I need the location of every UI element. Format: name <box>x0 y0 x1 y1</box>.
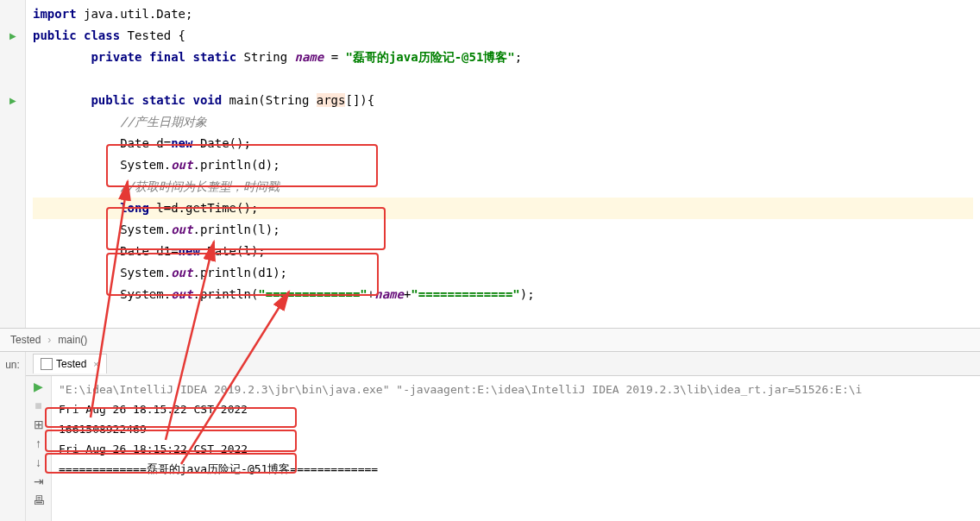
gutter-line <box>0 241 25 262</box>
close-icon[interactable]: × <box>93 359 98 369</box>
run-tab-icon <box>41 358 53 370</box>
breadcrumb-method[interactable]: main() <box>58 334 87 346</box>
console-line-output: Fri Aug 26 18:15:22 CST 2022 <box>59 399 973 419</box>
code-line: public static void main(String args[]){ <box>33 90 973 111</box>
code-line: private final static String name = "磊哥的j… <box>33 47 973 68</box>
up-icon[interactable]: ↑ <box>32 436 46 450</box>
gutter-line <box>0 198 25 219</box>
gutter-line <box>0 133 25 154</box>
gutter-line <box>0 284 25 305</box>
run-icon[interactable]: ▶ <box>9 96 16 105</box>
rerun-icon[interactable]: ▶ <box>32 380 46 393</box>
code-line: //获取时间为长整型，时间戳 <box>33 176 973 198</box>
code-line: public class Tested { <box>33 25 973 47</box>
gutter-line <box>0 3 25 25</box>
code-line: import java.util.Date; <box>33 3 973 25</box>
run-tab-label: Tested <box>56 358 86 370</box>
code-line: //产生日期对象 <box>33 111 973 133</box>
export-icon[interactable]: ⇥ <box>32 474 46 488</box>
code-line: System.out.println(d1); <box>33 262 973 284</box>
gutter-line <box>0 154 25 176</box>
gutter-run-marker[interactable]: ▶ <box>0 25 25 47</box>
code-line <box>33 68 973 90</box>
console-line-command: "E:\idea\IntelliJ IDEA 2019.2.3\jbr\bin\… <box>59 380 973 399</box>
stop-icon[interactable]: ■ <box>32 399 46 412</box>
gutter-line <box>0 176 25 198</box>
gutter-line <box>0 47 25 68</box>
editor-panel: ▶ ▶ import java.util.Date; public class … <box>0 0 980 328</box>
code-line-current: long l=d.getTime(); <box>33 198 973 219</box>
console-line-output: =============磊哥的java历险记-@51博客===========… <box>59 459 973 479</box>
code-line: System.out.println(l); <box>33 219 973 241</box>
gutter-run-marker[interactable]: ▶ <box>0 90 25 111</box>
run-panel-label: un: <box>0 352 26 521</box>
gutter-line <box>0 68 25 90</box>
run-body: ▶ ■ ⊞ ↑ ↓ ⇥ 🖶 "E:\idea\IntelliJ IDEA 201… <box>26 376 980 521</box>
code-line: System.out.println("============="+name+… <box>33 284 973 305</box>
run-tabs: Tested × <box>26 352 980 376</box>
gutter-line <box>0 262 25 284</box>
console-output[interactable]: "E:\idea\IntelliJ IDEA 2019.2.3\jbr\bin\… <box>52 376 980 521</box>
layout-icon[interactable]: ⊞ <box>32 417 46 431</box>
run-tab[interactable]: Tested × <box>33 354 107 373</box>
breadcrumb-separator: › <box>47 334 51 346</box>
console-line-output: Fri Aug 26 18:15:22 CST 2022 <box>59 439 973 459</box>
down-icon[interactable]: ↓ <box>32 455 46 469</box>
code-editor[interactable]: import java.util.Date; public class Test… <box>26 0 980 328</box>
print-icon[interactable]: 🖶 <box>32 493 46 507</box>
run-content: Tested × ▶ ■ ⊞ ↑ ↓ ⇥ 🖶 "E:\idea\IntelliJ… <box>26 352 980 521</box>
breadcrumb-class[interactable]: Tested <box>10 334 41 346</box>
breadcrumb: Tested › main() <box>0 328 980 352</box>
code-line: System.out.println(d); <box>33 154 973 176</box>
run-toolbar: ▶ ■ ⊞ ↑ ↓ ⇥ 🖶 <box>26 376 52 521</box>
editor-gutter: ▶ ▶ <box>0 0 26 328</box>
code-line: Date d=new Date(); <box>33 133 973 154</box>
gutter-line <box>0 111 25 133</box>
run-icon[interactable]: ▶ <box>9 31 16 41</box>
run-panel: un: Tested × ▶ ■ ⊞ ↑ ↓ ⇥ 🖶 "E:\idea\Inte… <box>0 352 980 521</box>
code-line: Date d1=new Date(l); <box>33 241 973 262</box>
console-line-output: 1661508922469 <box>59 419 973 439</box>
gutter-line <box>0 219 25 241</box>
